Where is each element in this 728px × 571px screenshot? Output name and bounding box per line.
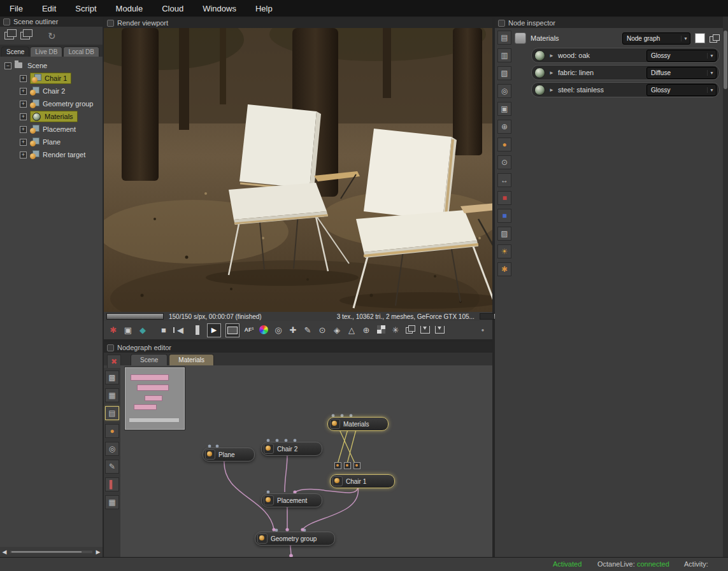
node-chair2[interactable]: Chair 2: [261, 442, 322, 456]
export-image-icon[interactable]: [434, 326, 445, 335]
tree-label[interactable]: Materials: [45, 113, 73, 120]
menu-edit[interactable]: Edit: [32, 4, 66, 13]
panel-widget-icon[interactable]: [498, 20, 505, 27]
detach-window-icon[interactable]: [710, 34, 720, 43]
material-category-icon[interactable]: ●: [497, 137, 511, 152]
inspector-vscrollbar[interactable]: [723, 17, 728, 557]
tree-label[interactable]: Geometry group: [43, 100, 93, 108]
outliner-hscrollbar[interactable]: ◀ ▶: [0, 547, 103, 557]
menu-cloud[interactable]: Cloud: [152, 4, 193, 13]
group-list-icon[interactable]: ▤: [105, 406, 119, 420]
rgb-display-icon[interactable]: [259, 325, 269, 335]
options-icon[interactable]: ●: [478, 328, 488, 333]
layout-nodes-icon[interactable]: ▦: [105, 388, 119, 402]
expander-icon[interactable]: ►: [549, 87, 554, 93]
alpha-display-icon[interactable]: ◎: [273, 326, 283, 334]
panel-widget-icon[interactable]: [3, 18, 10, 25]
pause-render-icon[interactable]: [192, 326, 203, 334]
panel-widget-icon[interactable]: [107, 344, 114, 351]
denoise-icon[interactable]: ✳: [390, 326, 401, 334]
displacement-icon[interactable]: ■: [497, 209, 511, 223]
table-view-icon[interactable]: ▦: [105, 495, 119, 509]
render-image[interactable]: [104, 28, 492, 312]
whitebalance-picker-icon[interactable]: ✎: [303, 326, 313, 334]
node-chair1[interactable]: Chair 1: [330, 474, 395, 488]
scroll-thumb[interactable]: [724, 31, 727, 89]
transform-icon[interactable]: ↔: [497, 173, 511, 187]
pin-node-icon[interactable]: ▌: [105, 477, 119, 491]
expand-icon[interactable]: +: [20, 88, 27, 95]
environment-icon[interactable]: ⊕: [497, 120, 511, 134]
tab-local-db[interactable]: Local DB: [63, 46, 99, 57]
stop-render-icon[interactable]: ■: [159, 326, 169, 334]
menu-file[interactable]: File: [0, 4, 32, 13]
scroll-thumb[interactable]: [11, 551, 82, 553]
expander-icon[interactable]: ►: [549, 53, 554, 59]
menu-windows[interactable]: Windows: [193, 4, 246, 13]
realtime-render-icon[interactable]: [225, 323, 239, 337]
material-type-dropdown[interactable]: Glossy ▾: [646, 50, 717, 62]
menu-script[interactable]: Script: [66, 4, 106, 13]
tree-row-chair1[interactable]: + Chair 1: [0, 72, 103, 85]
material-row-fabric[interactable]: ► fabric: linen Diffuse ▾: [531, 65, 720, 80]
material-picker-icon[interactable]: ⊙: [317, 326, 327, 334]
focus-picker-icon[interactable]: ✚: [288, 326, 298, 334]
tab-graph-scene[interactable]: Scene: [131, 354, 168, 365]
material-type-dropdown[interactable]: Diffuse ▾: [646, 67, 717, 79]
autofocus-icon[interactable]: AF¹: [244, 327, 254, 333]
tree-row-chair2[interactable]: + Chair 2: [0, 85, 103, 97]
menu-module[interactable]: Module: [106, 4, 153, 13]
expander-icon[interactable]: ►: [549, 70, 554, 76]
material-type-dropdown[interactable]: Glossy ▾: [646, 84, 717, 96]
tree-label[interactable]: Scene: [27, 62, 47, 69]
expand-icon[interactable]: +: [20, 75, 27, 82]
duplicate-view-icon[interactable]: [20, 32, 30, 39]
render-region-icon[interactable]: ▣: [123, 326, 133, 334]
expand-icon[interactable]: +: [20, 101, 27, 108]
node-geometry-group[interactable]: Geometry group: [255, 532, 335, 546]
render-target-icon[interactable]: ◎: [497, 84, 511, 98]
background-checker-icon[interactable]: [376, 325, 386, 335]
material-pin[interactable]: [344, 462, 351, 469]
tree-label[interactable]: Render target: [43, 151, 85, 159]
node-type-dropdown[interactable]: Node graph ▾: [622, 32, 690, 45]
image-icon[interactable]: ▧: [497, 66, 511, 80]
nodes-category-icon[interactable]: ▤: [497, 31, 511, 45]
play-render-icon[interactable]: ▶: [207, 323, 221, 337]
tree-label[interactable]: Placement: [43, 125, 76, 133]
node-placement[interactable]: Placement: [261, 493, 322, 507]
refresh-icon[interactable]: ↻: [48, 31, 56, 41]
scroll-left-icon[interactable]: ◀: [0, 549, 9, 555]
tree-label[interactable]: Chair 2: [43, 87, 65, 95]
tab-graph-materials[interactable]: Materials: [169, 354, 214, 365]
texture-node-icon[interactable]: ◎: [105, 442, 119, 456]
color-swatch[interactable]: [695, 33, 705, 43]
save-image-icon[interactable]: [420, 326, 430, 335]
annotate-icon[interactable]: ✎: [105, 460, 119, 474]
expand-icon[interactable]: +: [20, 152, 27, 159]
expand-icon[interactable]: +: [20, 126, 27, 133]
snap-grid-icon[interactable]: ▩: [105, 370, 119, 384]
node-materials[interactable]: Materials: [327, 417, 389, 431]
new-window-icon[interactable]: [4, 32, 14, 39]
scroll-track[interactable]: [10, 551, 92, 553]
material-pin[interactable]: [353, 462, 360, 469]
tab-live-db[interactable]: Live DB: [30, 46, 62, 57]
nodegraph-minimap[interactable]: [125, 367, 185, 430]
delete-node-icon[interactable]: ✖: [107, 355, 121, 369]
medium-icon[interactable]: ⊙: [497, 155, 511, 169]
material-pin[interactable]: [334, 462, 341, 469]
collapse-icon[interactable]: −: [4, 62, 11, 69]
material-node-icon[interactable]: ●: [105, 424, 119, 438]
tab-scene[interactable]: Scene: [1, 46, 29, 57]
scroll-right-icon[interactable]: ▶: [94, 549, 103, 555]
copy-image-icon[interactable]: [405, 325, 415, 335]
zoom-icon[interactable]: ⊕: [361, 326, 371, 334]
tree-label[interactable]: Plane: [43, 138, 61, 146]
nodegraph-canvas[interactable]: Plane Chair 2 Materials Chair 1 Placemen…: [120, 365, 492, 557]
tree-row-scene[interactable]: − Scene: [0, 59, 103, 72]
tree-row-plane[interactable]: + Plane: [0, 136, 103, 148]
sun-environment-icon[interactable]: ☀: [497, 244, 511, 258]
menu-help[interactable]: Help: [246, 4, 282, 13]
restart-render-icon[interactable]: ✱: [108, 326, 118, 334]
